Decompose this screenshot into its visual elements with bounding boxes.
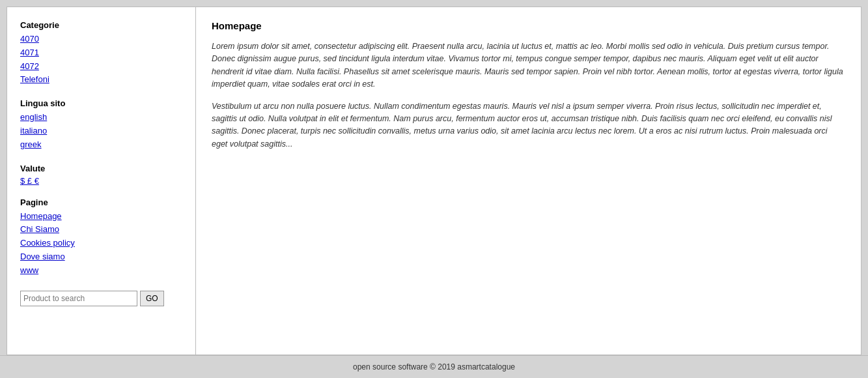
lingua-section: Lingua sito english italiano greek — [20, 98, 182, 151]
sidebar-link-telefoni[interactable]: Telefoni — [20, 73, 182, 87]
categorie-title: Categorie — [20, 20, 182, 30]
valute-title: Valute — [20, 164, 182, 173]
sidebar-link-dove-siamo[interactable]: Dove siamo — [20, 250, 182, 264]
search-button[interactable]: GO — [140, 291, 164, 306]
sidebar-link-www[interactable]: www — [20, 264, 182, 278]
valute-section: Valute $ £ € — [20, 164, 182, 186]
content-title: Homepage — [212, 20, 845, 31]
sidebar-link-4070[interactable]: 4070 — [20, 33, 182, 46]
pagine-title: Pagine — [20, 197, 182, 207]
pagine-section: Pagine Homepage Chi Siamo Cookies policy… — [20, 197, 182, 278]
currency-links[interactable]: $ £ € — [20, 176, 39, 186]
content-paragraph-1: Lorem ipsum dolor sit amet, consectetur … — [212, 40, 845, 91]
search-area: GO — [20, 291, 182, 306]
sidebar-link-4071[interactable]: 4071 — [20, 46, 182, 60]
content-paragraph-2: Vestibulum ut arcu non nulla posuere luc… — [212, 100, 845, 151]
sidebar: Categorie 4070 4071 4072 Telefoni Lingua… — [7, 7, 196, 355]
sidebar-link-chi-siamo[interactable]: Chi Siamo — [20, 223, 182, 237]
lingua-title: Lingua sito — [20, 98, 182, 108]
sidebar-link-cookies-policy[interactable]: Cookies policy — [20, 237, 182, 250]
sidebar-link-homepage[interactable]: Homepage — [20, 210, 182, 224]
sidebar-link-greek[interactable]: greek — [20, 138, 182, 152]
categorie-section: Categorie 4070 4071 4072 Telefoni — [20, 20, 182, 87]
footer: open source software © 2019 asmartcatalo… — [0, 355, 868, 378]
sidebar-link-english[interactable]: english — [20, 111, 182, 124]
footer-text: open source software © 2019 asmartcatalo… — [353, 362, 515, 371]
content-area: Homepage Lorem ipsum dolor sit amet, con… — [196, 7, 861, 355]
sidebar-link-4072[interactable]: 4072 — [20, 60, 182, 74]
search-input[interactable] — [20, 291, 137, 306]
sidebar-link-italiano[interactable]: italiano — [20, 124, 182, 138]
